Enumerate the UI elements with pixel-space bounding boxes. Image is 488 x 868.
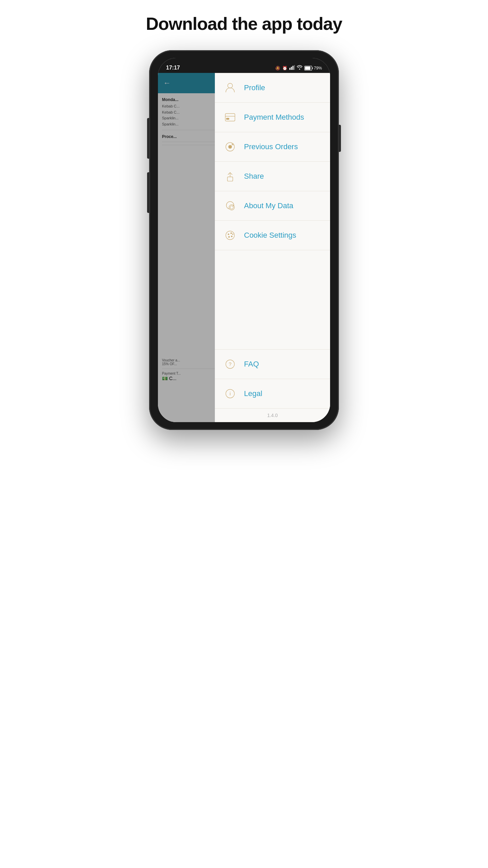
menu-item-cookies[interactable]: Cookie Settings [215, 221, 330, 250]
legal-label: Legal [244, 389, 262, 398]
share-label: Share [244, 172, 264, 181]
page-title: Download the app today [146, 14, 342, 34]
share-icon [223, 169, 237, 183]
menu-item-orders[interactable]: Previous Orders [215, 132, 330, 162]
menu-item-faq[interactable]: ? FAQ [215, 350, 330, 379]
svg-rect-1 [291, 67, 292, 70]
faq-icon: ? [223, 357, 237, 371]
svg-text:i: i [229, 391, 230, 396]
svg-rect-14 [227, 177, 233, 181]
wifi-icon [297, 65, 302, 71]
alarm-icon: ⏰ [282, 66, 287, 71]
phone-screen: 17:17 🔕 ⏰ [158, 58, 330, 422]
menu-item-legal[interactable]: i Legal [215, 379, 330, 409]
drawer-spacer [215, 250, 330, 349]
profile-icon [223, 81, 237, 95]
svg-point-25 [232, 234, 233, 235]
svg-point-23 [231, 236, 232, 237]
svg-point-11 [228, 145, 232, 149]
svg-text:?: ? [229, 361, 231, 367]
svg-point-21 [228, 234, 229, 235]
battery-percent: 79% [314, 66, 322, 71]
cookies-label: Cookie Settings [244, 231, 296, 240]
svg-rect-3 [294, 65, 295, 70]
status-time: 17:17 [166, 65, 180, 71]
svg-rect-0 [289, 68, 290, 70]
version-text: 1.4.0 [215, 409, 330, 422]
data-label: About My Data [244, 201, 293, 210]
svg-rect-5 [305, 66, 310, 70]
cookie-icon [223, 228, 237, 242]
payment-icon [223, 110, 237, 124]
drawer-bottom: ? FAQ i Legal 1.4.0 [215, 349, 330, 422]
battery-icon: 79% [304, 66, 322, 71]
menu-item-profile[interactable]: Profile [215, 73, 330, 103]
phone-device: 17:17 🔕 ⏰ [149, 50, 339, 430]
side-drawer: Profile Payment Methods [215, 73, 330, 422]
status-icons: 🔕 ⏰ [275, 65, 322, 71]
menu-item-payment[interactable]: Payment Methods [215, 103, 330, 132]
svg-rect-2 [292, 66, 293, 70]
svg-rect-9 [226, 118, 229, 119]
orders-icon [223, 140, 237, 154]
drawer-menu: Profile Payment Methods [215, 73, 330, 250]
svg-point-24 [228, 236, 229, 237]
signal-icon [289, 65, 295, 71]
svg-point-22 [231, 233, 232, 234]
profile-label: Profile [244, 83, 265, 92]
svg-point-6 [228, 83, 232, 88]
faq-label: FAQ [244, 360, 259, 369]
menu-item-data[interactable]: About My Data [215, 191, 330, 221]
legal-icon: i [223, 387, 237, 401]
orders-label: Previous Orders [244, 142, 298, 151]
data-icon [223, 199, 237, 213]
menu-item-share[interactable]: Share [215, 162, 330, 191]
svg-rect-7 [225, 114, 235, 121]
payment-label: Payment Methods [244, 113, 304, 122]
notch [210, 58, 278, 70]
svg-point-20 [226, 231, 234, 239]
